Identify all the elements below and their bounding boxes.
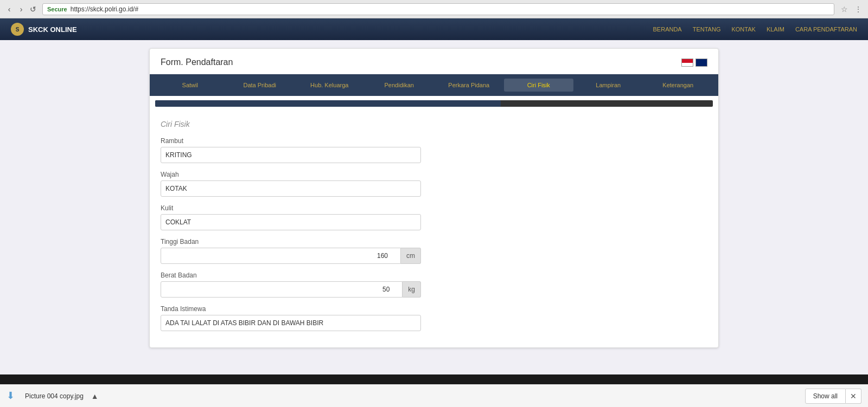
tab-hub-keluarga[interactable]: Hub. Keluarga (295, 79, 365, 92)
progress-bar-container (150, 96, 718, 111)
secure-badge: Secure (47, 6, 67, 12)
site-logo: S SKCK ONLINE (11, 23, 77, 36)
flag-en-button[interactable] (695, 59, 707, 67)
input-berat-badan[interactable] (161, 281, 403, 298)
site-header: S SKCK ONLINE BERANDA TENTANG KONTAK KLA… (0, 18, 868, 40)
refresh-button[interactable]: ↺ (28, 4, 38, 14)
input-rambut[interactable] (161, 147, 421, 163)
nav-klaim[interactable]: KLAIM (767, 26, 784, 33)
progress-bar-fill (155, 100, 501, 107)
download-filename: Picture 004 copy.jpg (25, 392, 84, 400)
label-tinggi-badan: Tinggi Badan (161, 238, 707, 246)
tab-pendidikan[interactable]: Pendidikan (365, 79, 435, 92)
field-tinggi-badan: Tinggi Badan cm (161, 238, 707, 264)
field-tanda-istimewa: Tanda Istimewa (161, 305, 707, 331)
browser-actions: ☆ ⋮ (839, 4, 864, 15)
input-kulit[interactable] (161, 214, 421, 230)
download-bar: ⬇ Picture 004 copy.jpg ▲ Show all ✕ (0, 384, 868, 407)
input-wajah[interactable] (161, 180, 421, 197)
show-all-button[interactable]: Show all (805, 389, 846, 404)
section-title: Ciri Fisik (161, 120, 707, 128)
label-wajah: Wajah (161, 171, 707, 178)
label-kulit: Kulit (161, 204, 707, 212)
form-header: Form. Pendaftaran (150, 49, 718, 74)
input-group-berat: kg (161, 281, 421, 298)
tab-keterangan[interactable]: Keterangan (643, 79, 713, 92)
tab-data-pribadi[interactable]: Data Pribadi (225, 79, 295, 92)
nav-kontak[interactable]: KONTAK (731, 26, 755, 33)
form-tabs: Satwil Data Pribadi Hub. Keluarga Pendid… (150, 74, 718, 96)
tab-lampiran[interactable]: Lampiran (573, 79, 643, 92)
input-tinggi-badan[interactable] (161, 248, 401, 264)
logo-text: SKCK ONLINE (28, 25, 77, 34)
field-wajah: Wajah (161, 171, 707, 197)
download-actions: Show all ✕ (805, 389, 861, 404)
address-bar[interactable]: Secure https://skck.polri.go.id/# (42, 3, 834, 15)
nav-cara[interactable]: CARA PENDAFTARAN (795, 26, 857, 33)
logo-icon: S (11, 23, 24, 36)
bookmark-icon[interactable]: ☆ (839, 4, 850, 15)
main-content: Form. Pendaftaran Satwil Data Pribadi Hu… (0, 40, 868, 374)
field-kulit: Kulit (161, 204, 707, 230)
input-group-tinggi: cm (161, 248, 421, 264)
nav-beranda[interactable]: BERANDA (653, 26, 682, 33)
flag-id-button[interactable] (681, 59, 693, 67)
field-berat-badan: Berat Badan kg (161, 272, 707, 298)
label-rambut: Rambut (161, 137, 707, 145)
back-button[interactable]: ‹ (4, 4, 14, 14)
label-berat-badan: Berat Badan (161, 272, 707, 279)
form-title: Form. Pendaftaran (161, 57, 233, 67)
url-text: https://skck.polri.go.id/# (71, 5, 138, 13)
nav-tentang[interactable]: TENTANG (693, 26, 721, 33)
forward-button[interactable]: › (16, 4, 26, 14)
tab-ciri-fisik[interactable]: Ciri Fisik (504, 79, 574, 92)
input-tanda-istimewa[interactable] (161, 315, 421, 331)
tab-satwil[interactable]: Satwil (155, 79, 225, 92)
lang-flags (681, 59, 707, 67)
download-chevron[interactable]: ▲ (91, 392, 99, 400)
browser-chrome: ‹ › ↺ Secure https://skck.polri.go.id/# … (0, 0, 868, 18)
progress-bar-bg (155, 100, 713, 107)
menu-icon[interactable]: ⋮ (853, 4, 864, 15)
unit-cm: cm (401, 248, 421, 264)
download-icon: ⬇ (7, 390, 20, 403)
site-nav: BERANDA TENTANG KONTAK KLAIM CARA PENDAF… (653, 26, 857, 33)
unit-kg: kg (403, 281, 421, 298)
label-tanda-istimewa: Tanda Istimewa (161, 305, 707, 313)
nav-buttons: ‹ › ↺ (4, 4, 38, 14)
tab-perkara-pidana[interactable]: Perkara Pidana (434, 79, 504, 92)
field-rambut: Rambut (161, 137, 707, 163)
form-container: Form. Pendaftaran Satwil Data Pribadi Hu… (149, 48, 719, 348)
close-download-button[interactable]: ✕ (846, 389, 861, 404)
form-section: Ciri Fisik Rambut Wajah Kulit (150, 111, 718, 347)
